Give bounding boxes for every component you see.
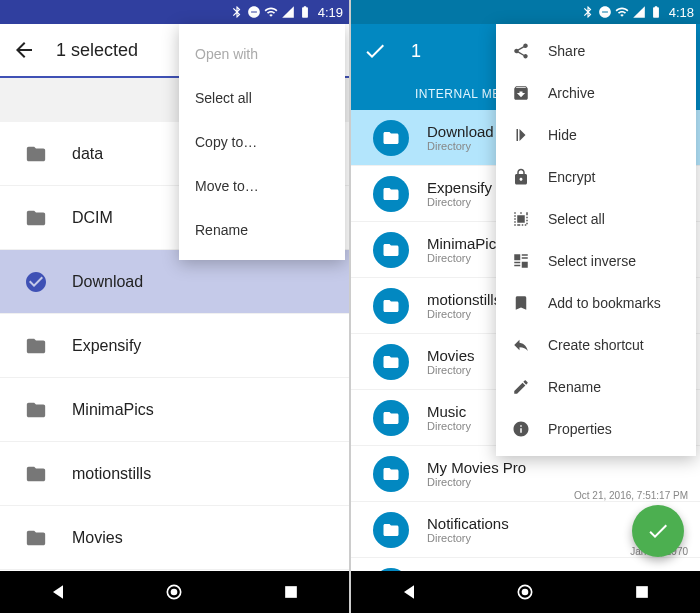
item-name: Movies	[72, 529, 333, 547]
lock-icon	[512, 168, 530, 186]
list-item[interactable]: Expensify	[0, 314, 349, 378]
share-icon	[512, 42, 530, 60]
menu-select-all[interactable]: Select all	[179, 76, 345, 120]
check-icon	[646, 519, 670, 543]
status-time: 4:18	[669, 5, 694, 20]
status-time: 4:19	[318, 5, 343, 20]
item-name: motionstills	[72, 465, 333, 483]
folder-icon	[16, 335, 56, 357]
menu-bookmarks[interactable]: Add to bookmarks	[496, 282, 696, 324]
menu-hide[interactable]: Hide	[496, 114, 696, 156]
bluetooth-icon	[581, 5, 595, 19]
folder-icon	[373, 120, 409, 156]
item-name: My Movies Pro	[427, 459, 574, 476]
folder-icon	[373, 512, 409, 548]
fab-confirm[interactable]	[632, 505, 684, 557]
check-icon[interactable]	[363, 39, 387, 63]
item-date: Oct 21, 2016, 7:51:17 PM	[574, 490, 688, 501]
menu-encrypt[interactable]: Encrypt	[496, 156, 696, 198]
nav-recent-icon[interactable]	[281, 582, 301, 602]
select-inverse-icon	[512, 252, 530, 270]
battery-icon	[298, 5, 312, 19]
menu-archive[interactable]: Archive	[496, 72, 696, 114]
phone-left: 4:19 1 selected dataDCIMDownloadExpensif…	[0, 0, 349, 613]
context-menu: Open with Select all Copy to… Move to… R…	[179, 24, 345, 260]
bluetooth-icon	[230, 5, 244, 19]
nav-home-icon[interactable]	[164, 582, 184, 602]
menu-move-to[interactable]: Move to…	[179, 164, 345, 208]
menu-shortcut[interactable]: Create shortcut	[496, 324, 696, 366]
select-all-icon	[512, 210, 530, 228]
hide-icon	[512, 126, 530, 144]
item-name: Notifications	[427, 515, 630, 532]
toolbar-title: 1 selected	[56, 40, 138, 61]
list-item[interactable]: motionstills	[0, 442, 349, 506]
dnd-icon	[598, 5, 612, 19]
folder-icon	[16, 463, 56, 485]
folder-icon	[373, 400, 409, 436]
folder-icon	[373, 456, 409, 492]
folder-icon	[373, 176, 409, 212]
menu-share[interactable]: Share	[496, 30, 696, 72]
bookmark-icon	[512, 294, 530, 312]
cell-signal-icon	[632, 5, 646, 19]
edit-icon	[512, 378, 530, 396]
status-bar: 4:18	[351, 0, 700, 24]
back-icon[interactable]	[12, 38, 36, 62]
dnd-icon	[247, 5, 261, 19]
folder-icon	[373, 344, 409, 380]
status-bar: 4:19	[0, 0, 349, 24]
menu-copy-to[interactable]: Copy to…	[179, 120, 345, 164]
folder-icon	[16, 207, 56, 229]
list-item[interactable]: Movies	[0, 506, 349, 570]
menu-select-all[interactable]: Select all	[496, 198, 696, 240]
item-name: Download	[72, 273, 333, 291]
menu-select-inverse[interactable]: Select inverse	[496, 240, 696, 282]
phone-right: 4:18 1 INTERNAL MEMORY DownloadDirectory…	[351, 0, 700, 613]
nav-bar	[351, 571, 700, 613]
nav-home-icon[interactable]	[515, 582, 535, 602]
folder-icon	[373, 232, 409, 268]
folder-icon	[373, 288, 409, 324]
item-subtitle: Directory	[427, 476, 574, 488]
item-name: Expensify	[72, 337, 333, 355]
check-circle-icon	[16, 270, 56, 294]
wifi-icon	[264, 5, 278, 19]
folder-icon	[16, 143, 56, 165]
nav-back-icon[interactable]	[399, 582, 419, 602]
cell-signal-icon	[281, 5, 295, 19]
info-icon	[512, 420, 530, 438]
menu-properties[interactable]: Properties	[496, 408, 696, 450]
nav-back-icon[interactable]	[48, 582, 68, 602]
folder-icon	[16, 527, 56, 549]
nav-recent-icon[interactable]	[632, 582, 652, 602]
nav-bar	[0, 571, 349, 613]
folder-icon	[16, 399, 56, 421]
menu-rename[interactable]: Rename	[179, 208, 345, 252]
wifi-icon	[615, 5, 629, 19]
shortcut-icon	[512, 336, 530, 354]
item-name: MinimaPics	[72, 401, 333, 419]
archive-icon	[512, 84, 530, 102]
item-subtitle: Directory	[427, 532, 630, 544]
battery-icon	[649, 5, 663, 19]
menu-rename[interactable]: Rename	[496, 366, 696, 408]
toolbar-title: 1	[411, 41, 421, 62]
context-menu: Share Archive Hide Encrypt Select all Se…	[496, 24, 696, 456]
menu-open-with: Open with	[179, 32, 345, 76]
list-item[interactable]: MinimaPics	[0, 378, 349, 442]
